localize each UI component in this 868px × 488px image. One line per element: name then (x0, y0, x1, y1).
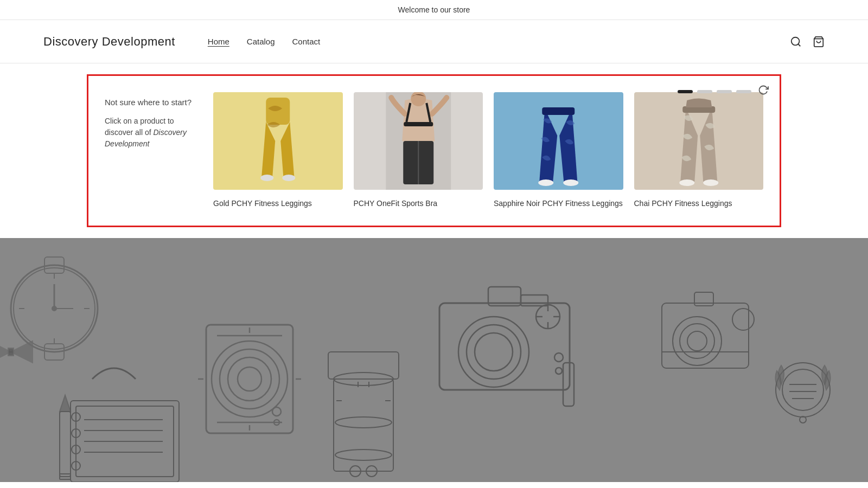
nav-link-contact[interactable]: Contact (292, 37, 321, 46)
refresh-icon (758, 85, 769, 95)
product-title-1: Gold PCHY Fitness Leggings (213, 198, 343, 209)
svg-rect-13 (542, 107, 575, 115)
background-section (0, 238, 868, 482)
cart-icon (813, 36, 825, 48)
carousel-dot-2[interactable] (697, 90, 712, 93)
svg-rect-12 (526, 92, 591, 190)
product-figure-1 (213, 92, 343, 190)
carousel-inner: Not sure where to start? Click on a prod… (105, 92, 763, 209)
carousel-dot-1[interactable] (678, 90, 693, 93)
header: Discovery Development Home Catalog Conta… (0, 20, 868, 63)
product-image-1 (213, 92, 343, 190)
svg-point-15 (563, 179, 578, 186)
search-button[interactable] (790, 36, 802, 48)
site-logo[interactable]: Discovery Development (43, 35, 175, 49)
product-figure-3 (494, 92, 623, 190)
product-figure-2 (354, 92, 483, 190)
header-icons (790, 36, 825, 48)
carousel-desc-title: Not sure where to start? (105, 98, 202, 107)
carousel-description: Not sure where to start? Click on a prod… (105, 92, 213, 209)
announcement-bar: Welcome to our store (0, 0, 868, 20)
svg-point-31 (52, 306, 56, 311)
carousel-dot-3[interactable] (717, 90, 732, 93)
svg-point-0 (792, 37, 800, 45)
announcement-text: Welcome to our store (398, 5, 470, 14)
product-title-2: PCHY OneFit Sports Bra (354, 198, 483, 209)
product-card-1[interactable]: Gold PCHY Fitness Leggings (213, 92, 343, 209)
product-title-3: Sapphire Noir PCHY Fitness Leggings (494, 198, 623, 209)
products-row: Gold PCHY Fitness Leggings (213, 92, 763, 209)
svg-rect-9 (404, 122, 433, 126)
background-pattern (0, 238, 868, 482)
cart-button[interactable] (813, 36, 825, 48)
svg-rect-32 (8, 348, 14, 356)
nav-link-home[interactable]: Home (208, 37, 229, 46)
svg-rect-20 (0, 238, 868, 482)
product-card-2[interactable]: PCHY OneFit Sports Bra (354, 92, 483, 209)
carousel-controls (678, 85, 769, 98)
search-icon (790, 36, 802, 48)
product-card-4[interactable]: Chai PCHY Fitness Leggings (634, 92, 764, 209)
nav-link-catalog[interactable]: Catalog (247, 37, 275, 46)
svg-point-5 (260, 175, 273, 181)
product-image-2 (354, 92, 483, 190)
product-image-3 (494, 92, 623, 190)
main-nav: Home Catalog Contact (208, 37, 790, 46)
svg-point-6 (282, 175, 295, 181)
svg-line-1 (798, 44, 800, 46)
main-content: Not sure where to start? Click on a prod… (0, 74, 868, 482)
product-image-4 (634, 92, 764, 190)
svg-rect-4 (266, 98, 290, 125)
carousel-section: Not sure where to start? Click on a prod… (87, 74, 781, 227)
svg-point-14 (538, 179, 553, 186)
carousel-refresh-button[interactable] (758, 85, 769, 98)
product-title-4: Chai PCHY Fitness Leggings (634, 198, 764, 209)
product-figure-4 (634, 92, 764, 190)
carousel-dot-4[interactable] (736, 90, 751, 93)
carousel-desc-body: Click on a product to discover all of Di… (105, 115, 202, 150)
svg-point-18 (679, 179, 694, 186)
svg-point-19 (703, 179, 718, 186)
product-card-3[interactable]: Sapphire Noir PCHY Fitness Leggings (494, 92, 623, 209)
